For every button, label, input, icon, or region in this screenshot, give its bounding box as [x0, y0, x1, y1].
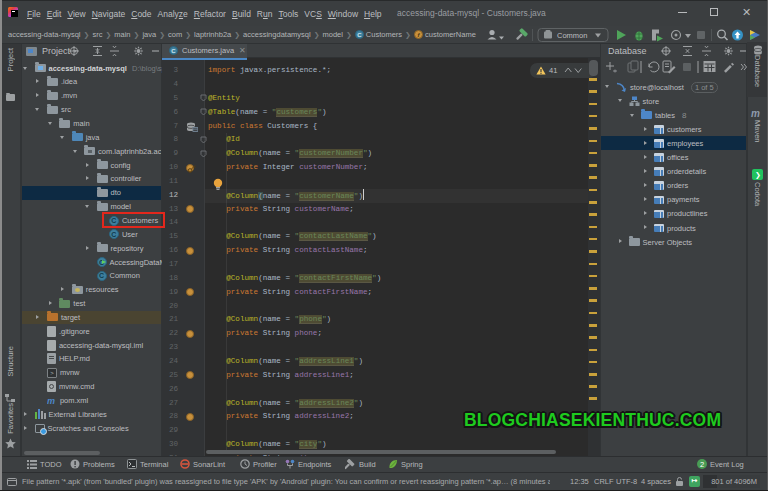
svg-text:Common: Common	[557, 31, 587, 40]
